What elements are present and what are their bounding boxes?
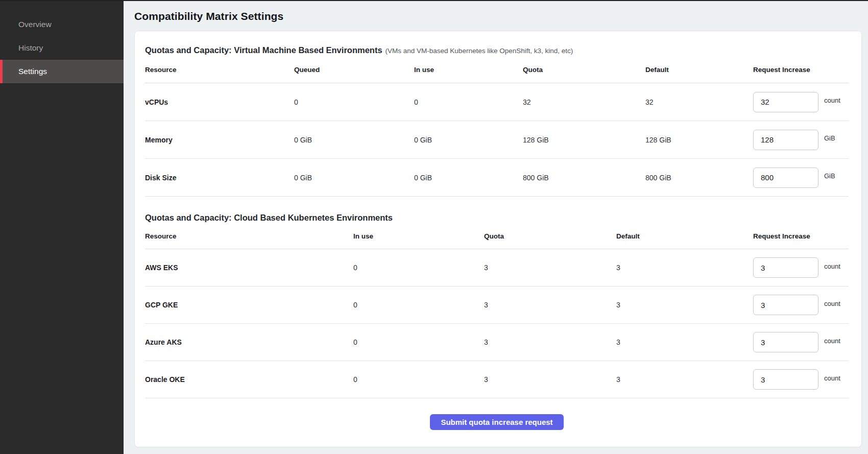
resource-label: Disk Size <box>145 174 294 182</box>
in-use-value: 0 GiB <box>414 136 523 144</box>
table-row-oracle-oke: Oracle OKE 0 3 3 count <box>145 361 849 398</box>
vm-section-title: Quotas and Capacity: Virtual Machine Bas… <box>145 44 849 57</box>
table-row-memory: Memory 0 GiB 0 GiB 128 GiB 128 GiB GiB <box>145 121 849 159</box>
default-value: 32 <box>645 98 753 106</box>
table-row-vcpus: vCPUs 0 0 32 32 count <box>145 83 849 121</box>
in-use-value: 0 <box>353 301 484 309</box>
column-header-quota: Quota <box>484 232 616 240</box>
request-increase-input[interactable] <box>753 257 818 278</box>
column-header-quota: Quota <box>523 66 645 74</box>
default-value: 3 <box>616 264 753 272</box>
request-increase-input[interactable] <box>753 369 818 390</box>
default-value: 800 GiB <box>645 174 753 182</box>
in-use-value: 0 <box>353 375 484 384</box>
request-increase-input[interactable] <box>753 130 818 150</box>
request-increase-cell: count <box>753 369 849 390</box>
resource-label: Azure AKS <box>145 338 353 346</box>
submit-quota-increase-button[interactable]: Submit quota increase request <box>430 414 563 430</box>
settings-card: Quotas and Capacity: Virtual Machine Bas… <box>134 31 862 447</box>
resource-label: GCP GKE <box>145 301 353 309</box>
resource-label: Oracle OKE <box>145 375 353 384</box>
unit-label: count <box>824 97 840 104</box>
resource-label: AWS EKS <box>145 264 353 272</box>
column-header-in-use: In use <box>414 66 523 74</box>
quota-value: 3 <box>484 375 616 384</box>
default-value: 128 GiB <box>645 136 753 144</box>
cloud-table-header: Resource In use Quota Default Request In… <box>145 223 849 249</box>
cloud-section-title-text: Quotas and Capacity: Cloud Based Kuberne… <box>145 213 393 222</box>
sidebar: Overview History Settings <box>0 1 124 454</box>
queued-value: 0 GiB <box>294 174 414 182</box>
table-row-aws-eks: AWS EKS 0 3 3 count <box>145 249 849 286</box>
submit-button-container: Submit quota increase request <box>145 414 849 430</box>
in-use-value: 0 <box>353 264 484 272</box>
default-value: 3 <box>616 375 753 384</box>
unit-label: GiB <box>824 134 835 142</box>
quota-value: 800 GiB <box>523 174 645 182</box>
in-use-value: 0 GiB <box>414 174 523 182</box>
request-increase-cell: count <box>753 332 849 352</box>
column-header-resource: Resource <box>145 232 353 240</box>
column-header-queued: Queued <box>294 66 414 74</box>
quota-value: 3 <box>484 338 616 346</box>
column-header-request-increase: Request Increase <box>753 232 849 240</box>
in-use-value: 0 <box>414 98 523 106</box>
unit-label: count <box>824 262 840 270</box>
queued-value: 0 GiB <box>294 136 414 144</box>
default-value: 3 <box>616 301 753 309</box>
request-increase-input[interactable] <box>753 295 818 315</box>
quota-value: 128 GiB <box>523 136 645 144</box>
unit-label: GiB <box>824 172 835 180</box>
in-use-value: 0 <box>353 338 484 346</box>
request-increase-input[interactable] <box>753 92 818 112</box>
app-window: Overview History Settings Compatibility … <box>0 0 868 454</box>
table-row-disk-size: Disk Size 0 GiB 0 GiB 800 GiB 800 GiB Gi… <box>145 159 849 197</box>
queued-value: 0 <box>294 98 414 106</box>
resource-label: Memory <box>145 136 294 144</box>
vm-section-subtitle: (VMs and VM-based Kubernetes like OpenSh… <box>385 47 573 55</box>
column-header-default: Default <box>616 232 753 240</box>
quota-value: 3 <box>484 301 616 309</box>
request-increase-input[interactable] <box>753 332 818 352</box>
quota-value: 3 <box>484 264 616 272</box>
quota-value: 32 <box>523 98 645 106</box>
request-increase-cell: count <box>753 92 849 112</box>
vm-table-header: Resource Queued In use Quota Default Req… <box>145 57 849 83</box>
column-header-request-increase: Request Increase <box>753 66 849 74</box>
request-increase-cell: GiB <box>753 130 849 150</box>
request-increase-cell: GiB <box>753 168 849 188</box>
unit-label: count <box>824 337 840 345</box>
unit-label: count <box>824 300 840 307</box>
request-increase-cell: count <box>753 257 849 278</box>
cloud-section-title: Quotas and Capacity: Cloud Based Kuberne… <box>145 212 849 223</box>
vm-section-title-text: Quotas and Capacity: Virtual Machine Bas… <box>145 45 382 55</box>
table-row-azure-aks: Azure AKS 0 3 3 count <box>145 324 849 361</box>
sidebar-item-overview[interactable]: Overview <box>0 13 124 36</box>
request-increase-input[interactable] <box>753 168 818 188</box>
default-value: 3 <box>616 338 753 346</box>
page-title: Compatibility Matrix Settings <box>134 10 862 22</box>
resource-label: vCPUs <box>145 98 294 106</box>
column-header-in-use: In use <box>353 232 484 240</box>
column-header-default: Default <box>645 66 753 74</box>
sidebar-item-settings[interactable]: Settings <box>0 60 124 83</box>
sidebar-item-history[interactable]: History <box>0 36 124 60</box>
column-header-resource: Resource <box>145 66 294 74</box>
request-increase-cell: count <box>753 295 849 315</box>
table-row-gcp-gke: GCP GKE 0 3 3 count <box>145 286 849 324</box>
main-content: Compatibility Matrix Settings Quotas and… <box>124 1 868 454</box>
unit-label: count <box>824 374 840 382</box>
